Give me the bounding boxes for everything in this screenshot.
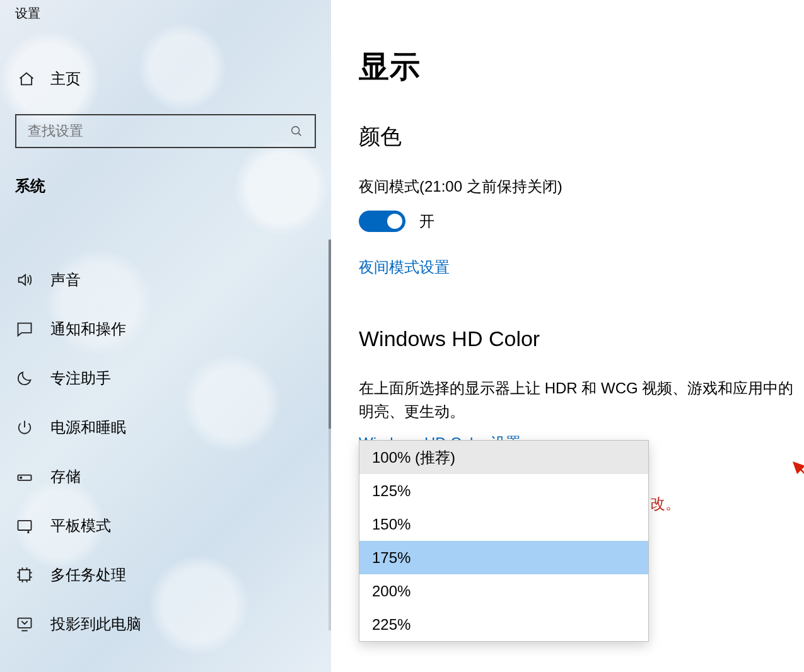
nav-list: 声音 通知和操作 专注助手 [0,255,331,649]
scale-option-225[interactable]: 225% [359,608,648,641]
scale-option-175[interactable]: 175% [359,541,648,574]
search-icon [289,124,303,138]
svg-marker-8 [793,461,804,474]
nav-item-label: 投影到此电脑 [50,614,141,634]
annotation-arrow-icon [791,460,804,517]
night-mode-toggle[interactable] [359,211,405,232]
truncated-red-text: 改。 [650,494,680,514]
nav-item-focus-assist[interactable]: 专注助手 [0,354,331,403]
night-mode-toggle-state: 开 [419,211,434,231]
nav-item-label: 声音 [50,270,81,290]
tablet-icon [15,516,34,535]
scale-option-125[interactable]: 125% [359,474,648,507]
scale-option-150[interactable]: 150% [359,507,648,541]
home-icon [18,70,35,88]
timeline-icon [15,565,34,584]
nav-home-label: 主页 [50,69,81,89]
nav-home[interactable]: 主页 [0,69,331,89]
chat-icon [15,320,34,339]
nav-item-tablet-mode[interactable]: 平板模式 [0,501,331,550]
main-panel: 显示 颜色 夜间模式(21:00 之前保持关闭) 开 夜间模式设置 Window… [331,0,804,672]
nav-item-power-sleep[interactable]: 电源和睡眠 [0,403,331,452]
speaker-icon [15,270,34,289]
svg-rect-3 [18,521,32,530]
search-input[interactable] [28,123,289,139]
svg-rect-6 [18,618,32,628]
nav-item-sound[interactable]: 声音 [0,255,331,304]
project-icon [15,615,34,634]
night-mode-label: 夜间模式(21:00 之前保持关闭) [359,177,804,197]
svg-rect-5 [20,570,30,580]
hd-color-description: 在上面所选择的显示器上让 HDR 和 WCG 视频、游戏和应用中的明亮、更生动。 [359,376,804,423]
scale-dropdown[interactable]: 100% (推荐) 125% 150% 175% 200% 225% [359,440,649,642]
search-box[interactable] [15,114,316,148]
scale-option-200[interactable]: 200% [359,574,648,608]
nav-item-label: 通知和操作 [50,319,126,339]
page-title: 显示 [359,47,804,87]
nav-item-label: 电源和睡眠 [50,417,126,437]
nav-item-label: 存储 [50,466,81,487]
nav-item-label: 多任务处理 [50,565,126,585]
drive-icon [15,467,34,486]
svg-line-7 [799,468,804,514]
nav-item-storage[interactable]: 存储 [0,452,331,501]
svg-point-4 [28,532,28,533]
moon-icon [15,369,34,388]
nav-item-label: 专注助手 [50,368,111,388]
power-icon [15,418,34,437]
scale-option-100[interactable]: 100% (推荐) [359,441,648,474]
section-hd-color: Windows HD Color [359,327,804,351]
nav-item-multitasking[interactable]: 多任务处理 [0,550,331,600]
nav-item-projecting[interactable]: 投影到此电脑 [0,600,331,649]
svg-point-2 [20,477,21,478]
section-color: 颜色 [359,122,804,151]
sidebar: 设置 主页 系统 [0,0,331,672]
window-title: 设置 [0,0,331,22]
night-mode-settings-link[interactable]: 夜间模式设置 [359,257,450,277]
svg-point-0 [292,127,300,134]
nav-section-title: 系统 [0,176,331,196]
nav-item-notifications[interactable]: 通知和操作 [0,304,331,354]
nav-item-label: 平板模式 [50,516,111,536]
